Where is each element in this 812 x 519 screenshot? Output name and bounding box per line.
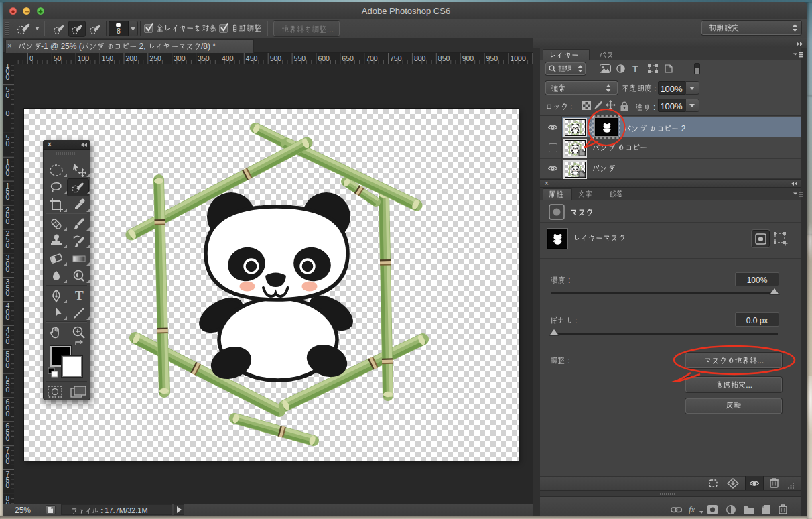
svg-text:50: 50 — [54, 54, 62, 62]
svg-text:800: 800 — [414, 54, 426, 62]
svg-text:600: 600 — [318, 54, 330, 62]
svg-text:0: 0 — [6, 313, 10, 321]
svg-text:550: 550 — [294, 54, 306, 62]
svg-text:0: 0 — [6, 241, 10, 249]
svg-text:750: 750 — [390, 54, 402, 62]
svg-text:0: 0 — [6, 139, 10, 148]
svg-text:0: 0 — [6, 481, 10, 489]
svg-text:300: 300 — [174, 54, 186, 62]
svg-text:0: 0 — [6, 169, 10, 177]
svg-text:450: 450 — [246, 54, 258, 62]
svg-text:200: 200 — [126, 54, 138, 62]
svg-text:850: 850 — [438, 54, 450, 62]
svg-text:0: 0 — [6, 109, 10, 117]
svg-text:0: 0 — [6, 337, 10, 345]
svg-text:0: 0 — [6, 217, 10, 225]
svg-text:0: 0 — [6, 434, 10, 442]
svg-text:650: 650 — [342, 54, 354, 62]
svg-text:500: 500 — [270, 54, 282, 62]
svg-text:T: T — [75, 288, 84, 302]
svg-text:950: 950 — [486, 54, 498, 62]
svg-text:0: 0 — [6, 361, 10, 369]
svg-text:700: 700 — [366, 54, 378, 62]
svg-text:0: 0 — [6, 265, 10, 273]
svg-text:100: 100 — [78, 54, 90, 62]
svg-text:400: 400 — [222, 54, 234, 62]
svg-text:0: 0 — [6, 457, 10, 465]
svg-text:0: 0 — [6, 289, 10, 297]
svg-text:350: 350 — [198, 54, 210, 62]
svg-text:0: 0 — [6, 386, 10, 394]
svg-text:0: 0 — [6, 91, 10, 99]
svg-text:900: 900 — [462, 54, 474, 62]
svg-text:0: 0 — [6, 193, 10, 201]
svg-text:150: 150 — [102, 54, 114, 62]
svg-text:0: 0 — [6, 410, 10, 418]
svg-text:0: 0 — [6, 73, 10, 81]
svg-text:250: 250 — [149, 54, 161, 62]
